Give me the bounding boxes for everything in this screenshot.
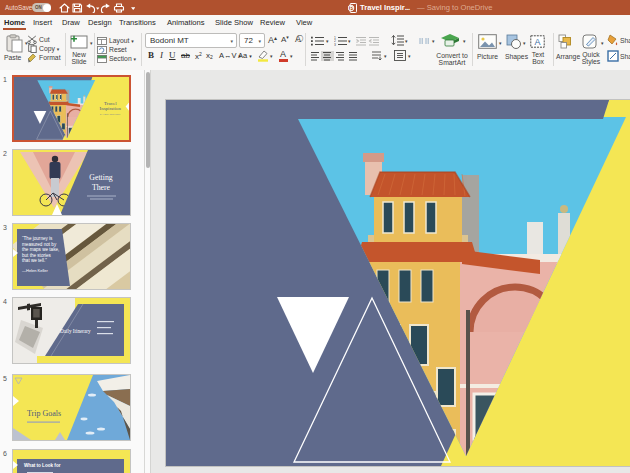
- svg-text:Trip Goals: Trip Goals: [27, 409, 61, 418]
- svg-text:A: A: [535, 37, 541, 47]
- svg-text:but the stories: but the stories: [22, 253, 52, 258]
- svg-text:What to Look for: What to Look for: [24, 463, 61, 468]
- svg-text:“The journey is: “The journey is: [22, 236, 53, 241]
- svg-text:3: 3: [334, 43, 336, 46]
- svg-text:Getting: Getting: [89, 173, 112, 182]
- svg-text:There: There: [92, 183, 111, 192]
- svg-text:Daily Itinerary: Daily Itinerary: [60, 328, 91, 334]
- svg-text:that we tell.”: that we tell.”: [22, 258, 47, 263]
- svg-text:P: P: [350, 5, 354, 11]
- svg-text:measured not by: measured not by: [22, 242, 57, 247]
- svg-text:the maps we take,: the maps we take,: [22, 247, 59, 252]
- svg-text:—Helen Keller: —Helen Keller: [22, 268, 48, 273]
